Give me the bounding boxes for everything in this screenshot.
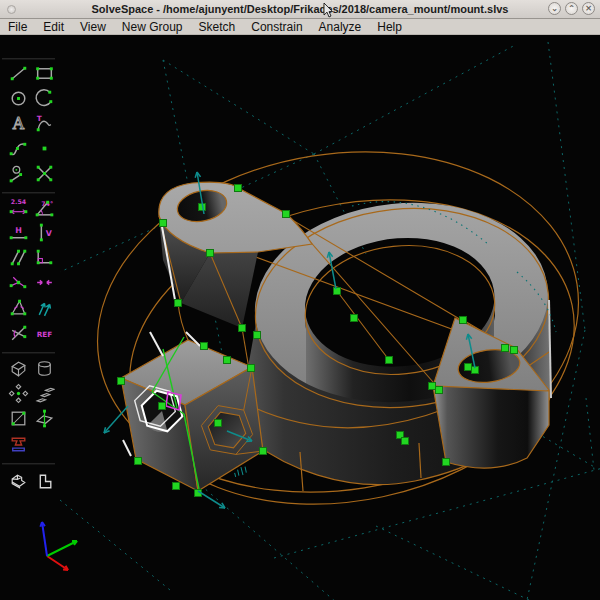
link-file-button[interactable] <box>6 432 30 456</box>
menu-item-file[interactable]: File <box>0 19 35 35</box>
boolean-union-button[interactable] <box>6 469 30 493</box>
vertex-point[interactable] <box>465 364 472 371</box>
extrude-group-button[interactable] <box>6 356 30 380</box>
extrude-group-icon <box>8 358 29 379</box>
maximize-button[interactable]: ⌃ <box>565 2 578 15</box>
boolean-difference-icon <box>34 471 55 492</box>
vertical-constraint-icon: V <box>34 222 55 243</box>
toolbar: AT2.5474°HVREF <box>0 35 58 600</box>
vertex-point[interactable] <box>160 220 167 227</box>
sketch-in-3d-icon <box>34 408 55 429</box>
new-workplane-button[interactable] <box>6 406 30 430</box>
window-title: SolveSpace - /home/ajunyent/Desktop/Frik… <box>0 3 600 15</box>
menu-item-new-group[interactable]: New Group <box>114 19 191 35</box>
vertex-point[interactable] <box>248 365 255 372</box>
lathe-group-button[interactable] <box>32 356 56 380</box>
cubic-bezier-icon <box>8 138 29 159</box>
svg-text:A: A <box>11 113 24 132</box>
vertex-point[interactable] <box>351 315 358 322</box>
vertex-point[interactable] <box>429 383 436 390</box>
toolbar-separator <box>2 352 55 354</box>
split-curves-button[interactable] <box>32 161 56 185</box>
same-orientation-icon <box>34 297 55 318</box>
vertex-point[interactable] <box>260 448 267 455</box>
menu-item-view[interactable]: View <box>72 19 114 35</box>
rectangle-icon <box>34 63 55 84</box>
vertex-point[interactable] <box>159 403 166 410</box>
vertex-point[interactable] <box>460 317 467 324</box>
menu-item-analyze[interactable]: Analyze <box>311 19 370 35</box>
perpendicular-constraint-button[interactable] <box>32 245 56 269</box>
point-on-entity-button[interactable] <box>6 270 30 294</box>
construction-button[interactable] <box>6 161 30 185</box>
vertex-point[interactable] <box>402 438 409 445</box>
right-boss-cylinder[interactable] <box>433 386 549 468</box>
line-segment-button[interactable] <box>6 61 30 85</box>
menu-item-edit[interactable]: Edit <box>35 19 72 35</box>
vertex-point[interactable] <box>239 325 246 332</box>
parallel-constraint-button[interactable] <box>6 245 30 269</box>
lathe-group-icon <box>34 358 55 379</box>
solid-model[interactable] <box>121 182 559 491</box>
angle-dimension-button[interactable]: 74° <box>32 195 56 219</box>
distance-dimension-button[interactable]: 2.54 <box>6 195 30 219</box>
vertex-point[interactable] <box>118 378 125 385</box>
ttf-text-button[interactable]: A <box>6 111 30 135</box>
distance-dimension-icon: 2.54 <box>8 197 29 218</box>
toolbar-separator <box>2 192 55 194</box>
vertical-constraint-button[interactable]: V <box>32 220 56 244</box>
cubic-bezier-button[interactable] <box>6 136 30 160</box>
menu-item-sketch[interactable]: Sketch <box>191 19 244 35</box>
vertex-point[interactable] <box>235 185 242 192</box>
reference-dimension-button[interactable]: REF <box>32 321 56 345</box>
sketch-in-3d-button[interactable] <box>32 406 56 430</box>
vertex-point[interactable] <box>386 357 393 364</box>
symmetric-constraint-icon <box>34 272 55 293</box>
parallel-constraint-icon <box>8 247 29 268</box>
vertex-point[interactable] <box>502 345 509 352</box>
boolean-difference-button[interactable] <box>32 469 56 493</box>
tangent-arc-button[interactable]: T <box>32 111 56 135</box>
horizontal-constraint-icon: H <box>8 222 29 243</box>
reference-dimension-icon: REF <box>34 323 55 344</box>
vertex-point[interactable] <box>135 458 142 465</box>
same-orientation-button[interactable] <box>32 295 56 319</box>
titlebar[interactable]: SolveSpace - /home/ajunyent/Desktop/Frik… <box>0 0 600 19</box>
other-angle-button[interactable] <box>6 321 30 345</box>
rotate-group-button[interactable] <box>6 381 30 405</box>
vertex-point[interactable] <box>215 420 222 427</box>
vertex-point[interactable] <box>224 357 231 364</box>
vertex-point[interactable] <box>283 211 290 218</box>
vertex-point[interactable] <box>201 343 208 350</box>
tangent-arc-icon: T <box>34 113 55 134</box>
menu-item-constrain[interactable]: Constrain <box>243 19 310 35</box>
rotate-group-icon <box>8 383 29 404</box>
window-controls: ⌄⌃✕ <box>548 2 595 15</box>
datum-point-button[interactable] <box>32 136 56 160</box>
rectangle-button[interactable] <box>32 61 56 85</box>
vertex-point[interactable] <box>175 300 182 307</box>
svg-text:2.54: 2.54 <box>10 198 26 205</box>
vertex-point[interactable] <box>334 288 341 295</box>
vertex-point[interactable] <box>511 347 518 354</box>
other-angle-icon <box>8 323 29 344</box>
horizontal-constraint-button[interactable]: H <box>6 220 30 244</box>
symmetric-constraint-button[interactable] <box>32 270 56 294</box>
arc-button[interactable] <box>32 86 56 110</box>
window-menu-icon[interactable] <box>7 5 16 14</box>
vertex-point[interactable] <box>207 250 214 257</box>
vertex-point[interactable] <box>436 387 443 394</box>
vertex-point[interactable] <box>173 483 180 490</box>
equal-constraint-icon <box>8 297 29 318</box>
close-button[interactable]: ✕ <box>582 2 595 15</box>
viewport-3d[interactable] <box>0 35 600 600</box>
translate-group-button[interactable] <box>32 381 56 405</box>
menu-item-help[interactable]: Help <box>369 19 410 35</box>
datum-point-icon <box>34 138 55 159</box>
vertex-point[interactable] <box>254 332 261 339</box>
toolbar-separator <box>2 58 55 60</box>
vertex-point[interactable] <box>443 459 450 466</box>
circle-button[interactable] <box>6 86 30 110</box>
shade-button[interactable]: ⌄ <box>548 2 561 15</box>
equal-constraint-button[interactable] <box>6 295 30 319</box>
